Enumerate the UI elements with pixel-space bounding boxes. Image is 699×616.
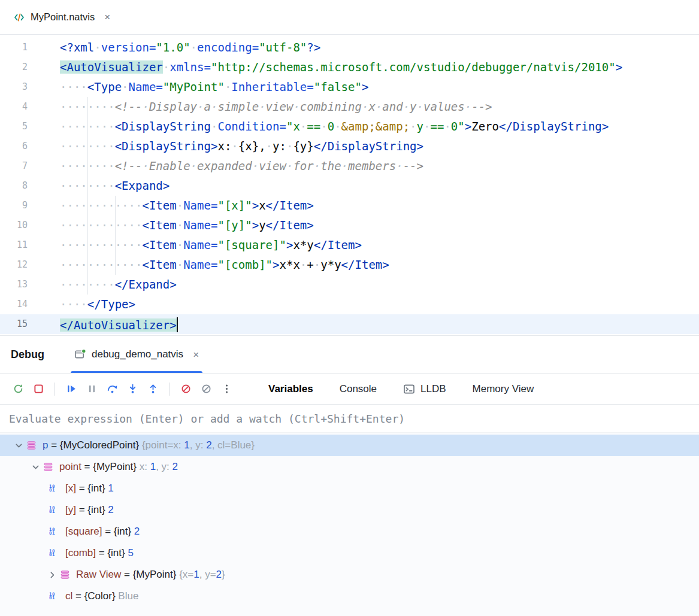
- variable-value-part: 1: [105, 483, 114, 494]
- code-text: ············<Item·Name="[x]">x</Item>: [60, 196, 314, 216]
- variable-value-part: 2: [105, 504, 114, 516]
- editor-line-12[interactable]: 12············<Item·Name="[comb]">x*x·+·…: [0, 255, 699, 275]
- variable-value-part: {MyPoint}: [93, 461, 137, 473]
- code-text: ····<Type·Name="MyPoint"·Inheritable="fa…: [60, 77, 368, 97]
- editor-line-9[interactable]: 9············<Item·Name="[x]">x</Item>: [0, 196, 699, 216]
- line-number: 13: [0, 275, 28, 295]
- variable-value-part: {int}: [87, 504, 105, 516]
- debug-session-tab[interactable]: debug_demo_natvis ×: [69, 336, 204, 373]
- variable-name: [y]: [65, 504, 76, 516]
- variable-name: [square]: [65, 526, 102, 538]
- object-icon: [26, 440, 42, 451]
- binary-icon: 1001: [49, 548, 65, 559]
- watch-input-row[interactable]: Evaluate expression (Enter) or add a wat…: [0, 405, 699, 433]
- line-number: 1: [0, 38, 28, 57]
- variable-value-part: =: [81, 461, 93, 473]
- variable-value-part: {MyColoredPoint}: [60, 439, 139, 451]
- step-into-icon[interactable]: [124, 381, 141, 397]
- variable-value-part: =: [121, 569, 132, 581]
- mute-breakpoints-icon[interactable]: [198, 381, 214, 397]
- code-text: ············<Item·Name="[square]">x*y</I…: [60, 235, 362, 255]
- debug-toolbar: VariablesConsoleLLDBMemory View: [0, 374, 699, 405]
- editor-line-14[interactable]: 14····</Type>: [0, 295, 699, 314]
- variable-value-part: {int}: [107, 547, 125, 559]
- line-number: 7: [0, 156, 28, 176]
- variable-name: p: [43, 439, 48, 451]
- variable-row-point[interactable]: point = {MyPoint} x: 1, y: 2: [0, 456, 699, 478]
- editor-line-6[interactable]: 6········<DisplayString>x:·{x},·y:·{y}</…: [0, 136, 699, 156]
- editor-tab-mypoint-natvis[interactable]: MyPoint.natvis ×: [7, 0, 116, 34]
- editor-line-4[interactable]: 4········<!--·Display·a·simple·view·comb…: [0, 97, 699, 117]
- line-number: 3: [0, 77, 28, 97]
- variable-value-part: {point=x:: [139, 439, 184, 451]
- code-text: ········</Expand>: [60, 275, 177, 295]
- variable-row-comb[interactable]: 1001[comb] = {int} 5: [0, 542, 699, 564]
- variable-row-square[interactable]: 1001[square] = {int} 2: [0, 521, 699, 542]
- tab-variables[interactable]: Variables: [268, 374, 313, 404]
- chevron-down-icon[interactable]: [28, 459, 43, 475]
- variables-tree: p = {MyColoredPoint} {point=x: 1, y: 2, …: [0, 433, 699, 616]
- variable-name: cl: [65, 590, 72, 602]
- tab-memory-view[interactable]: Memory View: [473, 374, 534, 404]
- variable-value-part: =: [48, 439, 59, 451]
- editor-line-11[interactable]: 11············<Item·Name="[square]">x*y<…: [0, 235, 699, 255]
- variable-value-part: 5: [125, 547, 134, 559]
- code-text: <?xml·version="1.0"·encoding="utf-8"?>: [60, 38, 320, 57]
- variable-row-cl[interactable]: 1001cl = {Color} Blue: [0, 585, 699, 607]
- object-icon: [43, 462, 59, 472]
- debugger-view-tabs: VariablesConsoleLLDBMemory View: [268, 374, 534, 404]
- variable-row-raw-view[interactable]: Raw View = {MyPoint} {x=1, y=2}: [0, 564, 699, 585]
- chevron-down-icon[interactable]: [11, 438, 26, 453]
- variable-name: [x]: [65, 483, 76, 494]
- editor-line-5[interactable]: 5········<DisplayString·Condition="x·==·…: [0, 117, 699, 136]
- editor-line-8[interactable]: 8········<Expand>: [0, 176, 699, 196]
- variable-row-y[interactable]: 1001[y] = {int} 2: [0, 499, 699, 521]
- debug-action-buttons: [10, 381, 235, 397]
- editor-line-7[interactable]: 7········<!--·Enable·expanded·view·for·t…: [0, 156, 699, 176]
- tab-label: LLDB: [420, 383, 446, 395]
- stop-icon[interactable]: [30, 381, 47, 397]
- rerun-icon[interactable]: [10, 381, 26, 397]
- editor-line-15[interactable]: 15</AutoVisualizer>: [0, 314, 699, 334]
- editor-line-1[interactable]: 1<?xml·version="1.0"·encoding="utf-8"?>: [0, 38, 699, 57]
- variable-value-part: 1: [150, 461, 156, 473]
- line-number: 15: [0, 314, 28, 334]
- more-options-icon[interactable]: [218, 381, 235, 397]
- pause-icon[interactable]: [83, 381, 100, 397]
- variable-row-p[interactable]: p = {MyColoredPoint} {point=x: 1, y: 2, …: [0, 435, 699, 456]
- editor-line-10[interactable]: 10············<Item·Name="[y]">y</Item>: [0, 216, 699, 235]
- code-text: ········<DisplayString·Condition="x·==·0…: [60, 117, 609, 136]
- tab-lldb[interactable]: LLDB: [403, 374, 446, 404]
- line-number: 14: [0, 295, 28, 314]
- ide-window: MyPoint.natvis × 1<?xml·version="1.0"·en…: [0, 0, 699, 616]
- code-editor[interactable]: 1<?xml·version="1.0"·encoding="utf-8"?>2…: [0, 35, 699, 335]
- debug-session-tab-label: debug_demo_natvis: [92, 348, 183, 360]
- line-number: 9: [0, 196, 28, 216]
- code-text: ········<DisplayString>x:·{x},·y:·{y}</D…: [60, 136, 423, 156]
- step-over-icon[interactable]: [104, 381, 120, 397]
- variable-value-part: {int}: [87, 483, 105, 494]
- editor-tab-label: MyPoint.natvis: [31, 11, 95, 23]
- tab-console[interactable]: Console: [340, 374, 377, 404]
- close-tab-icon[interactable]: ×: [104, 12, 110, 22]
- editor-line-3[interactable]: 3····<Type·Name="MyPoint"·Inheritable="f…: [0, 77, 699, 97]
- editor-line-13[interactable]: 13········</Expand>: [0, 275, 699, 295]
- variable-value-part: 2: [173, 461, 178, 473]
- view-breakpoints-icon[interactable]: [177, 381, 194, 397]
- variable-value-part: 2: [131, 526, 140, 538]
- xml-file-icon: [13, 11, 25, 23]
- chevron-right-icon[interactable]: [44, 567, 60, 582]
- variable-name: point: [59, 461, 81, 473]
- step-out-icon[interactable]: [144, 381, 161, 397]
- watch-placeholder: Evaluate expression (Enter) or add a wat…: [9, 412, 405, 425]
- variable-row-x[interactable]: 1001[x] = {int} 1: [0, 478, 699, 499]
- variable-value-part: =: [96, 547, 107, 559]
- variable-value-part: =: [76, 504, 87, 516]
- resume-icon[interactable]: [63, 381, 80, 397]
- editor-line-2[interactable]: 2<AutoVisualizer·xmlns="http://schemas.m…: [0, 57, 699, 77]
- debug-panel-header: Debug debug_demo_natvis ×: [0, 335, 699, 374]
- variable-value-part: =: [102, 526, 113, 538]
- object-icon: [60, 569, 75, 580]
- code-text: ········<!--·Enable·expanded·view·for·th…: [60, 156, 423, 176]
- close-session-icon[interactable]: ×: [193, 350, 199, 360]
